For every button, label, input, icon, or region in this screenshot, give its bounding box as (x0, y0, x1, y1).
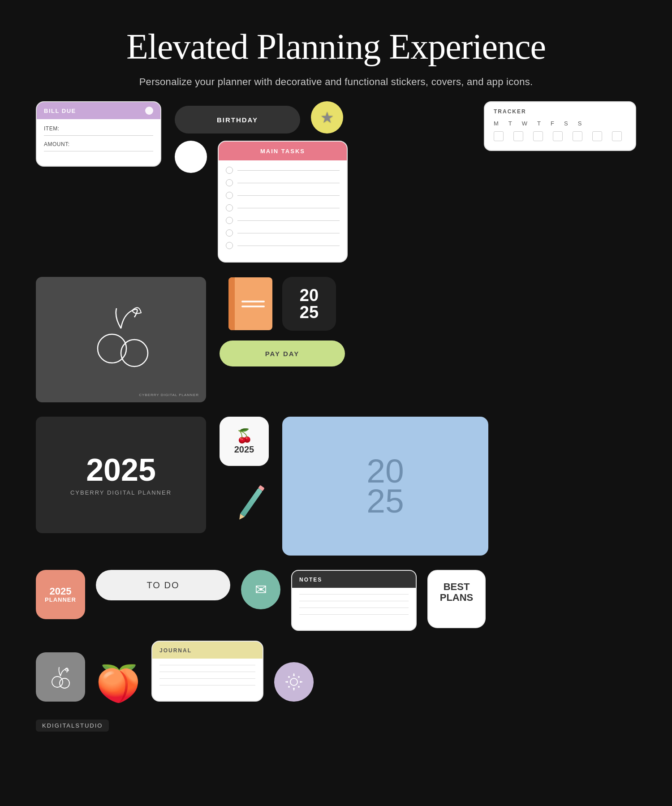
task-circle (226, 229, 233, 237)
section-row1: BILL DUE ITEM: AMOUNT: BIRTHDAY (36, 101, 636, 263)
smiley-circle: ☺ (175, 141, 207, 173)
email-icon: ✉ (255, 581, 267, 598)
cherry-app-icon: 🍒 (236, 428, 253, 444)
tracker-cell (553, 131, 563, 141)
task-line (237, 170, 340, 171)
tracker-cell (573, 131, 582, 141)
svg-point-16 (288, 686, 290, 688)
notes-line (299, 601, 409, 601)
notebook-orange (228, 277, 272, 330)
planner-app: 2025 PLANNER (36, 570, 85, 619)
task-row (226, 167, 340, 174)
bill-item-line (44, 135, 153, 136)
payday-button[interactable]: PAY DAY (220, 341, 345, 366)
cherry-cover: CYBERRY DIGITAL PLANNER (36, 277, 206, 402)
tracker-days: M T W T F S S (494, 120, 626, 127)
journal-line (159, 665, 255, 665)
notes-line (299, 608, 409, 608)
journal-line (159, 685, 255, 685)
journal-header: JOURNAL (152, 642, 263, 659)
main-tasks-body (219, 160, 347, 262)
journal-body (152, 659, 263, 701)
svg-point-14 (298, 686, 300, 688)
header: Elevated Planning Experience Personalize… (36, 27, 636, 88)
tracker-cell (494, 131, 504, 141)
svg-point-12 (300, 681, 302, 683)
task-circle (226, 204, 233, 211)
notes-body (292, 588, 416, 630)
tracker-day-m: M (494, 120, 499, 127)
app-2025-dark: 2025 (282, 277, 336, 331)
email-circle: ✉ (241, 570, 280, 609)
journal-card: JOURNAL (151, 641, 263, 702)
svg-point-9 (293, 674, 295, 676)
notebook-row: 2025 (228, 277, 336, 331)
blue-year: 20 25 (366, 456, 404, 517)
svg-point-3 (60, 678, 69, 688)
notes-title: NOTES (299, 577, 322, 583)
footer-brand: KDIGITALSTUDIO (36, 720, 109, 732)
subtitle: Personalize your planner with decorative… (36, 76, 636, 88)
svg-point-4 (290, 678, 297, 685)
bill-due-header: BILL DUE (37, 102, 160, 119)
task-line (237, 233, 340, 233)
cherry-watermark: CYBERRY DIGITAL PLANNER (139, 393, 199, 397)
tracker-grid (494, 131, 626, 141)
journal-line (159, 678, 255, 679)
bill-due-card: BILL DUE ITEM: AMOUNT: (36, 101, 161, 167)
cherry-peach-emoji: 🍑 (96, 666, 141, 702)
tracker-cell (533, 131, 543, 141)
best-plans-text: BEST PLANS (440, 582, 474, 603)
task-row (226, 179, 340, 186)
task-row (226, 242, 340, 249)
main-tasks-card: MAIN TASKS (218, 141, 348, 263)
tracker-day-t: T (508, 120, 512, 127)
task-circle (226, 217, 233, 224)
tracker-day-s2: S (578, 120, 582, 127)
svg-point-2 (52, 677, 63, 687)
task-line (237, 220, 340, 221)
tracker-cell (612, 131, 622, 141)
bill-due-title: BILL DUE (44, 108, 76, 114)
nb-line (241, 306, 265, 307)
mid-col1: BIRTHDAY ★ ☺ MAIN TASKS (175, 101, 348, 263)
main-tasks-header: MAIN TASKS (219, 142, 347, 160)
cherry-svg (83, 302, 159, 378)
tracker-cell (513, 131, 523, 141)
task-circle (226, 167, 233, 174)
task-line (237, 246, 340, 246)
todo-text: TO DO (147, 580, 180, 590)
planner-app-label: PLANNER (45, 596, 76, 603)
tracker-day-t2: T (537, 120, 541, 127)
cherry-app-white: 🍒 2025 (220, 417, 269, 466)
birthday-text: BIRTHDAY (217, 116, 258, 124)
smiley-icon: ☺ (183, 147, 199, 166)
bill-item-label: ITEM: (44, 125, 153, 132)
notes-header: NOTES (292, 571, 416, 588)
planner-cover: 2025 CYBERRY DIGITAL PLANNER (36, 417, 206, 533)
pencil-body (240, 488, 263, 517)
page-wrapper: Elevated Planning Experience Personalize… (0, 0, 672, 772)
bill-due-toggle (145, 107, 153, 115)
tracker-title: TRACKER (494, 108, 626, 115)
app-2025-text: 2025 (300, 287, 319, 321)
tracker-day-f: F (551, 120, 554, 127)
task-line (237, 183, 340, 183)
main-title: Elevated Planning Experience (36, 27, 636, 66)
planner-year: 2025 (86, 454, 156, 486)
task-circle (226, 179, 233, 186)
notes-card: NOTES (291, 570, 417, 631)
pencil-wrap (237, 485, 264, 522)
birthday-pill: BIRTHDAY (175, 106, 300, 134)
best-line2: PLANS (440, 592, 474, 603)
notes-line (299, 594, 409, 595)
blue-year-bottom: 25 (366, 482, 404, 520)
section-row2: CYBERRY DIGITAL PLANNER 2025 (36, 277, 636, 402)
confetti-circle (274, 662, 314, 702)
mid-col3: 🍒 2025 (220, 417, 269, 523)
journal-title: JOURNAL (159, 647, 192, 654)
svg-point-10 (293, 688, 295, 690)
cherry-gray-svg (48, 665, 73, 689)
task-line (237, 208, 340, 208)
main-grid: BILL DUE ITEM: AMOUNT: BIRTHDAY (36, 101, 636, 702)
